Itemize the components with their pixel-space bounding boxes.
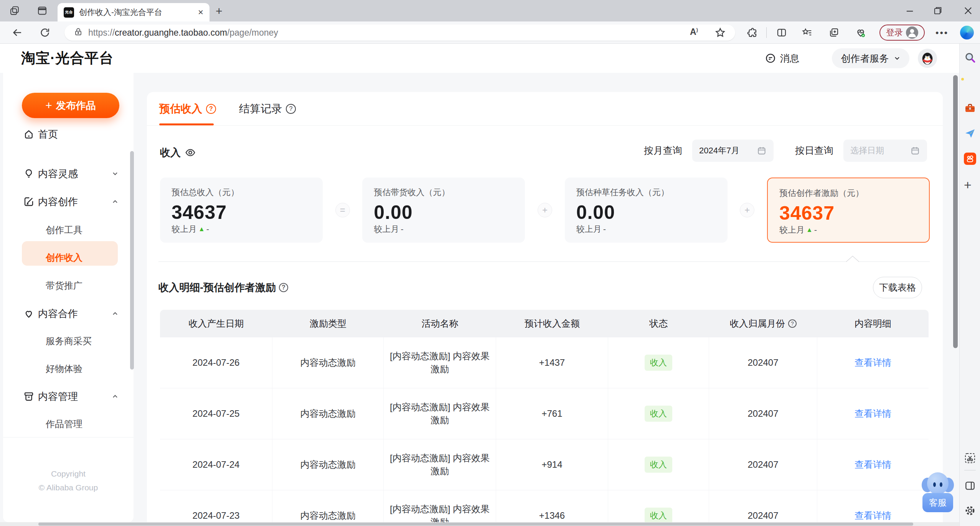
income-section-title: 收入 xyxy=(160,142,196,163)
refresh-icon[interactable] xyxy=(39,27,51,38)
card-compare: 较上月- xyxy=(374,224,513,235)
workspaces-icon[interactable] xyxy=(9,5,20,16)
tab-actions-icon[interactable] xyxy=(37,5,48,16)
close-window-button[interactable] xyxy=(963,5,973,16)
tab-estimated-income[interactable]: 预估收入 ? xyxy=(159,102,216,116)
read-aloud-icon[interactable]: A) xyxy=(690,27,701,38)
sidebar-settings-gear-icon[interactable] xyxy=(964,505,976,517)
navigation-sidebar: + 发布作品 首页 内容灵感 内容创作 xyxy=(3,73,134,522)
card-label: 预估创作者激励（元） xyxy=(779,187,917,199)
lock-icon[interactable] xyxy=(74,27,83,38)
split-screen-icon[interactable] xyxy=(776,27,787,38)
chevron-up-icon xyxy=(111,393,119,400)
customer-service-widget[interactable]: 客服 xyxy=(922,472,954,512)
cell-activity-name: [内容动态激励] 内容效果激励 xyxy=(384,490,496,526)
view-details-link[interactable]: 查看详情 xyxy=(855,357,891,369)
minimize-button[interactable] xyxy=(904,5,915,16)
site-logo[interactable]: 淘宝·光合平台 xyxy=(21,44,114,73)
screenshot-icon[interactable] xyxy=(964,452,976,464)
browser-login-button[interactable]: 登录 xyxy=(879,25,925,41)
cell-activity-name: [内容动态激励] 内容效果激励 xyxy=(384,439,496,490)
day-picker-input[interactable]: 选择日期 xyxy=(843,140,927,162)
plus-operator: + xyxy=(538,203,552,217)
download-table-button[interactable]: 下载表格 xyxy=(873,277,922,298)
cell-date: 2024-07-25 xyxy=(160,388,272,439)
back-icon[interactable] xyxy=(12,27,23,38)
cell-activity-name: [内容动态激励] 内容效果激励 xyxy=(384,388,496,439)
sidebar-item-home[interactable]: 首页 xyxy=(3,123,134,146)
help-icon[interactable]: ? xyxy=(206,104,216,114)
calendar-icon xyxy=(757,146,767,156)
sidebar-item-cooperation[interactable]: 内容合作 xyxy=(3,302,134,325)
card-value: 0.00 xyxy=(374,201,513,224)
eye-icon[interactable] xyxy=(185,147,196,158)
cell-incentive-type: 内容动态激励 xyxy=(272,490,384,526)
card-compare: 较上月▲- xyxy=(779,224,917,236)
card-label: 预估带货收入（元） xyxy=(374,187,513,198)
extensions-icon[interactable] xyxy=(746,27,758,38)
income-summary-cards: 预估总收入（元） 34637 较上月▲- = 预估带货收入（元） 0.00 较上… xyxy=(160,178,930,243)
card-sales-income[interactable]: 预估带货收入（元） 0.00 较上月- xyxy=(362,178,525,243)
url-bar[interactable]: https://creator.guanghe.taobao.com/page/… xyxy=(64,25,735,41)
collections-icon[interactable] xyxy=(828,27,840,38)
view-details-link[interactable]: 查看详情 xyxy=(855,510,891,522)
favorite-star-icon[interactable] xyxy=(714,27,726,38)
sidebar-tools-icon[interactable] xyxy=(964,102,976,114)
sidebar-item-creation-income[interactable]: 创作收入 xyxy=(3,246,134,269)
page-scrollbar[interactable] xyxy=(953,75,958,348)
help-icon[interactable]: ? xyxy=(788,319,797,328)
main-content-card: 预估收入 ? 结算记录 ? 收入 按月查询 2024年7月 按 xyxy=(147,92,943,526)
month-picker-input[interactable]: 2024年7月 xyxy=(692,140,774,162)
sidebar-item-creation-tools[interactable]: 创作工具 xyxy=(3,219,134,242)
maximize-button[interactable] xyxy=(932,5,943,16)
sidebar-item-label: 首页 xyxy=(38,128,58,141)
tab-settlement-records[interactable]: 结算记录 ? xyxy=(239,102,296,116)
sidebar-item-creation[interactable]: 内容创作 xyxy=(3,190,134,213)
help-icon[interactable]: ? xyxy=(286,104,296,114)
sidebar-kuaishou-icon[interactable] xyxy=(964,153,976,165)
login-label: 登录 xyxy=(886,27,903,38)
sidebar-item-label: 内容管理 xyxy=(38,390,78,403)
date-filters: 按月查询 2024年7月 按日查询 选择日期 xyxy=(644,139,927,162)
cell-status: 收入 xyxy=(608,388,709,439)
card-total-income[interactable]: 预估总收入（元） 34637 较上月▲- xyxy=(160,178,323,243)
sidebar-item-product-trial[interactable]: 好物体验 xyxy=(3,357,134,380)
view-details-link[interactable]: 查看详情 xyxy=(855,408,891,420)
sidebar-scrollbar[interactable] xyxy=(130,151,134,370)
calendar-icon xyxy=(910,146,920,156)
card-seeding-task-income[interactable]: 预估种草任务收入（元） 0.00 较上月- xyxy=(565,178,728,243)
url-text: https://creator.guanghe.taobao.com/page/… xyxy=(88,28,278,38)
sidebar-item-promotion[interactable]: 带货推广 xyxy=(3,274,134,297)
messages-button[interactable]: 消息 xyxy=(765,44,799,73)
sidebar-item-label: 服务商采买 xyxy=(46,335,92,347)
creator-service-dropdown[interactable]: 创作者服务 xyxy=(832,48,909,68)
copilot-icon[interactable] xyxy=(960,26,974,39)
sidebar-item-works-management[interactable]: 作品管理 xyxy=(3,413,134,436)
settings-more-icon[interactable]: ••• xyxy=(935,28,949,38)
tab-close-icon[interactable]: × xyxy=(198,8,203,17)
sidebar-item-service-purchase[interactable]: 服务商采买 xyxy=(3,330,134,353)
sidebar-shopping-icon[interactable] xyxy=(964,77,976,89)
sidebar-search-icon[interactable] xyxy=(964,51,976,64)
sidebar-add-icon[interactable]: + xyxy=(964,179,976,191)
new-tab-button[interactable]: + xyxy=(216,5,223,18)
view-details-link[interactable]: 查看详情 xyxy=(855,459,891,471)
column-header: 激励类型 xyxy=(272,310,384,337)
sidebar-messenger-icon[interactable] xyxy=(964,127,976,140)
favorites-list-icon[interactable] xyxy=(801,27,813,38)
cell-incentive-type: 内容动态激励 xyxy=(272,388,384,439)
cell-date: 2024-07-26 xyxy=(160,337,272,388)
help-icon[interactable]: ? xyxy=(279,283,288,292)
publish-work-button[interactable]: + 发布作品 xyxy=(22,93,119,118)
user-avatar[interactable] xyxy=(918,49,937,68)
horizontal-scrollbar-thumb[interactable] xyxy=(38,523,913,526)
income-tabs: 预估收入 ? 结算记录 ? xyxy=(159,99,296,119)
browser-tab[interactable]: 光合 创作收入-淘宝光合平台 × xyxy=(58,3,210,21)
sidebar-item-content-management[interactable]: 内容管理 xyxy=(3,385,134,408)
cell-month: 202407 xyxy=(709,439,817,490)
sidebar-panel-icon[interactable] xyxy=(964,480,976,492)
card-creator-incentive[interactable]: 预估创作者激励（元） 34637 较上月▲- xyxy=(767,178,930,243)
browser-essentials-icon[interactable] xyxy=(855,27,866,38)
sidebar-item-inspiration[interactable]: 内容灵感 xyxy=(3,162,134,185)
lightbulb-icon xyxy=(23,168,35,179)
